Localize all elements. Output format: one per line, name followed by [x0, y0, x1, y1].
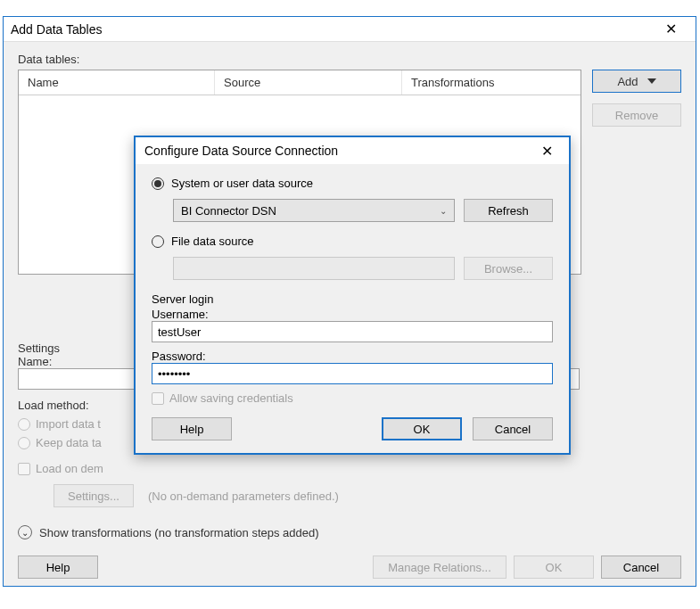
radio-icon	[18, 437, 30, 449]
username-input[interactable]	[152, 321, 553, 342]
settings-button: Settings...	[54, 484, 134, 507]
main-bottom-bar: Help Manage Relations... OK Cancel	[4, 548, 696, 586]
browse-button: Browse...	[464, 257, 553, 280]
remove-button: Remove	[592, 103, 681, 127]
modal-cancel-button[interactable]: Cancel	[473, 417, 553, 440]
main-title: Add Data Tables	[11, 22, 653, 37]
col-header-transformations[interactable]: Transformations	[402, 70, 581, 95]
modal-ok-button[interactable]: OK	[382, 417, 462, 440]
password-input[interactable]	[152, 363, 553, 384]
refresh-button[interactable]: Refresh	[464, 199, 553, 222]
cancel-button[interactable]: Cancel	[601, 556, 681, 579]
dsn-select[interactable]: BI Connector DSN ⌄	[173, 199, 455, 222]
chevron-down-icon: ⌄	[440, 206, 447, 216]
modal-help-button[interactable]: Help	[152, 417, 232, 440]
col-header-source[interactable]: Source	[215, 70, 402, 95]
modal-titlebar: Configure Data Source Connection ✕	[136, 137, 569, 164]
server-login-label: Server login	[152, 292, 553, 306]
file-path-input	[173, 257, 455, 280]
data-tables-label: Data tables:	[18, 53, 681, 66]
file-dsn-radio[interactable]: File data source	[152, 235, 553, 248]
password-label: Password:	[152, 350, 553, 363]
system-dsn-radio[interactable]: System or user data source	[152, 177, 553, 190]
help-button[interactable]: Help	[18, 556, 98, 579]
username-label: Username:	[152, 308, 553, 321]
add-button[interactable]: Add	[592, 70, 681, 93]
checkbox-icon	[152, 392, 164, 405]
table-header: Name Source Transformations	[19, 70, 581, 95]
radio-icon	[18, 418, 30, 431]
modal-title: Configure Data Source Connection	[144, 144, 533, 158]
ok-button: OK	[514, 556, 594, 579]
show-transformations-toggle[interactable]: ⌄ Show transformations (no transformatio…	[18, 525, 580, 539]
main-titlebar: Add Data Tables ✕	[4, 17, 696, 42]
chevron-down-icon: ⌄	[18, 525, 32, 539]
on-demand-params-text: (No on-demand parameters defined.)	[148, 490, 339, 503]
allow-saving-checkbox: Allow saving credentials	[152, 391, 553, 405]
close-icon[interactable]: ✕	[533, 139, 560, 162]
load-on-demand-checkbox: Load on dem	[18, 462, 580, 475]
close-icon[interactable]: ✕	[653, 18, 688, 41]
col-header-name[interactable]: Name	[19, 70, 215, 95]
radio-icon	[152, 235, 164, 248]
checkbox-icon	[18, 463, 30, 475]
manage-relations-button: Manage Relations...	[373, 556, 506, 579]
radio-icon	[152, 177, 164, 190]
configure-data-source-dialog: Configure Data Source Connection ✕ Syste…	[134, 136, 571, 455]
